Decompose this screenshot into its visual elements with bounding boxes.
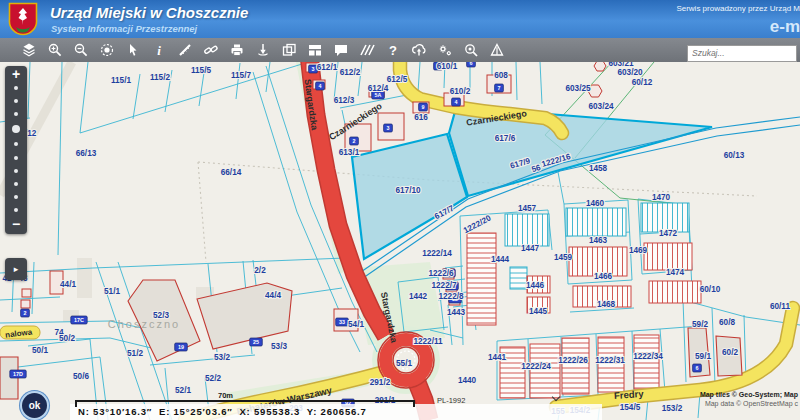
parcel-label: 1442 bbox=[409, 292, 428, 301]
gis-viewer: 345A9564723303132217C17D192533926Choszcz… bbox=[0, 0, 800, 420]
parcel-label: 1445 bbox=[529, 307, 548, 316]
scalebar bbox=[75, 400, 415, 407]
download-pin-icon bbox=[255, 42, 271, 58]
search-plus-button[interactable] bbox=[462, 41, 480, 59]
parcel-label: 1460 bbox=[586, 199, 605, 208]
zoom-out-button[interactable]: − bbox=[12, 217, 20, 231]
parcel-label: 1459 bbox=[554, 253, 573, 262]
panel-expand-button[interactable]: ▸ bbox=[5, 258, 27, 280]
help-button[interactable]: ? bbox=[384, 41, 402, 59]
parcel-label: 51/1 bbox=[104, 287, 120, 296]
print-button[interactable] bbox=[228, 41, 246, 59]
zoom-step[interactable] bbox=[14, 156, 18, 160]
warning-icon bbox=[489, 42, 505, 58]
zoom-slider[interactable] bbox=[12, 81, 20, 217]
crs-selector[interactable]: PL-1992 bbox=[437, 396, 465, 405]
parcel-label: 1440 bbox=[458, 376, 477, 385]
link-button[interactable] bbox=[202, 41, 220, 59]
compare-icon bbox=[281, 42, 297, 58]
parcel-label: 1222/8 bbox=[438, 292, 463, 301]
layers-button[interactable] bbox=[20, 41, 38, 59]
parcel-label: 60/13 bbox=[724, 151, 745, 160]
parcel-label: 608 bbox=[494, 71, 508, 80]
compare-button[interactable] bbox=[280, 41, 298, 59]
zoom-step[interactable] bbox=[14, 86, 18, 90]
zoom-step[interactable] bbox=[14, 208, 18, 212]
layout-button[interactable] bbox=[306, 41, 324, 59]
print-icon bbox=[229, 42, 245, 58]
parcel-label: 612/3 bbox=[334, 96, 355, 105]
measure-button[interactable] bbox=[176, 41, 194, 59]
map-canvas[interactable]: 345A9564723303132217C17D192533926Choszcz… bbox=[0, 62, 800, 420]
parcel-label: 1458 bbox=[589, 164, 608, 173]
address-badge-number: 17C bbox=[74, 317, 84, 323]
building bbox=[594, 62, 606, 71]
parcel-label: 603/20 bbox=[617, 68, 642, 77]
link-icon bbox=[203, 42, 219, 58]
map-toolbar: i? bbox=[0, 38, 800, 62]
parcel-label: 1222/34 bbox=[633, 352, 663, 361]
parcel-label: 50/2 bbox=[59, 334, 75, 343]
parcel-label: 60/12 bbox=[632, 78, 653, 87]
comment-button[interactable] bbox=[332, 41, 350, 59]
zoom-in-button[interactable]: + bbox=[12, 67, 20, 81]
parcel-label: 154/5 bbox=[620, 403, 641, 412]
ok-button[interactable]: ok bbox=[20, 391, 49, 420]
cloud-upload-button[interactable] bbox=[410, 41, 428, 59]
address-badge-number: 7 bbox=[498, 85, 501, 91]
parcel-label: 1468 bbox=[597, 300, 616, 309]
settings-button[interactable] bbox=[436, 41, 454, 59]
cloud-upload-icon bbox=[411, 42, 427, 58]
search-input[interactable] bbox=[687, 45, 797, 62]
zoom-step[interactable] bbox=[14, 182, 18, 186]
parcel-label: 1474 bbox=[666, 268, 685, 277]
parcel-label: 1447 bbox=[521, 244, 540, 253]
parcel-label: 617/10 bbox=[395, 186, 420, 195]
parcel-label: 2/2 bbox=[254, 266, 266, 275]
parcel-label: 54/1 bbox=[348, 320, 364, 329]
parcel-label: 60/11 bbox=[770, 302, 790, 311]
measure-icon bbox=[177, 42, 193, 58]
parcel-label: 613/1 bbox=[339, 148, 360, 157]
parcel-label: 610/1 bbox=[437, 62, 458, 71]
parcel-label: 612/1 bbox=[317, 63, 338, 72]
street-label: Fredry bbox=[614, 388, 645, 401]
select-area-icon bbox=[99, 42, 115, 58]
parcel-label: 55/1 bbox=[396, 359, 412, 368]
layout-icon bbox=[307, 42, 323, 58]
parcel-label: 52/1 bbox=[175, 386, 191, 395]
zoom-step[interactable] bbox=[14, 99, 18, 103]
download-pin-button[interactable] bbox=[254, 41, 272, 59]
pointer-button[interactable] bbox=[124, 41, 142, 59]
address-badge-number: 9 bbox=[422, 104, 425, 110]
parcel-label: 60/10 bbox=[700, 285, 721, 294]
parcel-label: 1457 bbox=[518, 204, 537, 213]
app-title: Urząd Miejski w Choszcznie bbox=[50, 4, 248, 21]
parcel-label: 603/24 bbox=[588, 102, 613, 111]
parcel-label: 612/2 bbox=[340, 68, 361, 77]
parcel-label: 60/8 bbox=[719, 318, 735, 327]
emapa-logo: e-m bbox=[770, 17, 800, 37]
zoom-step[interactable] bbox=[14, 169, 18, 173]
hatch-icon bbox=[359, 42, 375, 58]
chevron-down-icon[interactable] bbox=[552, 393, 560, 401]
parcel-label: 1444 bbox=[491, 255, 510, 264]
zoom-in-button[interactable] bbox=[46, 41, 64, 59]
parcel-label: 50/1 bbox=[32, 346, 48, 355]
garage-row-hatch bbox=[467, 233, 496, 325]
garage-row-hatch bbox=[634, 335, 659, 389]
hatch-button[interactable] bbox=[358, 41, 376, 59]
zoom-step[interactable] bbox=[14, 112, 18, 116]
parcel-label: 617/6 bbox=[495, 134, 516, 143]
info-button[interactable]: i bbox=[150, 41, 168, 59]
address-badge-number: 6 bbox=[696, 365, 699, 371]
parcel-label: 50/6 bbox=[73, 372, 89, 381]
warning-button[interactable] bbox=[488, 41, 506, 59]
zoom-step[interactable] bbox=[14, 195, 18, 199]
zoom-level-indicator[interactable] bbox=[12, 125, 20, 133]
parcel-label: 115/7 bbox=[231, 71, 251, 80]
zoom-out-button[interactable] bbox=[72, 41, 90, 59]
svg-text:?: ? bbox=[389, 43, 397, 58]
zoom-step[interactable] bbox=[14, 142, 18, 146]
select-area-button[interactable] bbox=[98, 41, 116, 59]
